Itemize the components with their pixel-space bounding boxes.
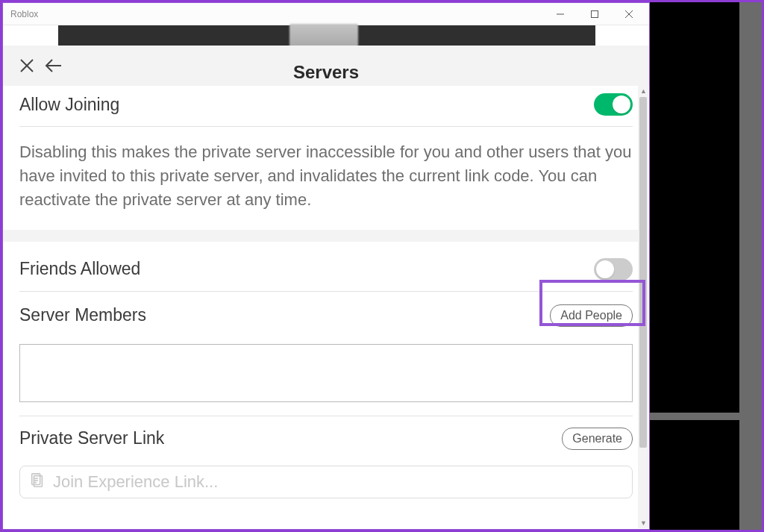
- background-panel-top: [650, 2, 739, 413]
- modal-content: Allow Joining Disabling this makes the p…: [3, 86, 649, 529]
- modal-header: Servers: [3, 46, 649, 86]
- scroll-down-icon: ▼: [640, 519, 647, 527]
- scrollbar[interactable]: ▲ ▼: [638, 86, 648, 528]
- close-window-button[interactable]: [612, 4, 646, 25]
- toggle-knob: [613, 96, 630, 113]
- allow-joining-description: Disabling this makes the private server …: [3, 130, 649, 230]
- maximize-button[interactable]: [577, 4, 612, 25]
- scroll-up-icon: ▲: [640, 87, 647, 95]
- window-title: Roblox: [10, 9, 38, 19]
- link-placeholder: Join Experience Link...: [53, 472, 218, 492]
- divider: [19, 126, 633, 127]
- friends-allowed-toggle[interactable]: [594, 258, 633, 281]
- divider: [19, 416, 633, 416]
- allow-joining-toggle[interactable]: [594, 93, 633, 116]
- private-server-link-row: Private Server Link Generate: [19, 419, 633, 458]
- section-gap: [3, 230, 649, 242]
- minimize-button[interactable]: [543, 4, 577, 25]
- divider: [19, 291, 633, 292]
- server-members-row: Server Members Add People: [19, 295, 633, 337]
- window-titlebar: Roblox: [3, 3, 649, 25]
- friends-allowed-label: Friends Allowed: [19, 259, 140, 279]
- back-arrow-icon: [45, 58, 63, 73]
- minimize-icon: [557, 10, 564, 18]
- join-experience-link-field[interactable]: Join Experience Link...: [19, 466, 633, 498]
- svg-rect-1: [592, 10, 598, 17]
- friends-allowed-row: Friends Allowed: [19, 251, 633, 288]
- x-icon: [19, 58, 34, 73]
- allow-joining-row: Allow Joining: [19, 86, 633, 123]
- close-modal-button[interactable]: [16, 55, 37, 76]
- game-header-bar: [58, 25, 595, 46]
- back-button[interactable]: [43, 55, 64, 76]
- add-people-button[interactable]: Add People: [550, 304, 633, 327]
- server-members-box[interactable]: [19, 344, 633, 402]
- clipboard-icon: [29, 472, 46, 492]
- maximize-icon: [591, 10, 598, 18]
- allow-joining-label: Allow Joining: [19, 95, 119, 115]
- server-members-label: Server Members: [19, 305, 146, 325]
- roblox-window: Roblox Servers Allow Joining: [2, 2, 650, 530]
- generate-button[interactable]: Generate: [562, 428, 633, 450]
- toggle-knob: [596, 260, 614, 278]
- background-panel-bottom: [650, 420, 739, 531]
- close-icon: [625, 10, 633, 18]
- private-server-link-label: Private Server Link: [19, 428, 164, 448]
- window-controls: [543, 4, 646, 25]
- modal-title: Servers: [293, 62, 359, 83]
- scrollbar-thumb[interactable]: [639, 97, 647, 448]
- blurred-label: [289, 24, 358, 48]
